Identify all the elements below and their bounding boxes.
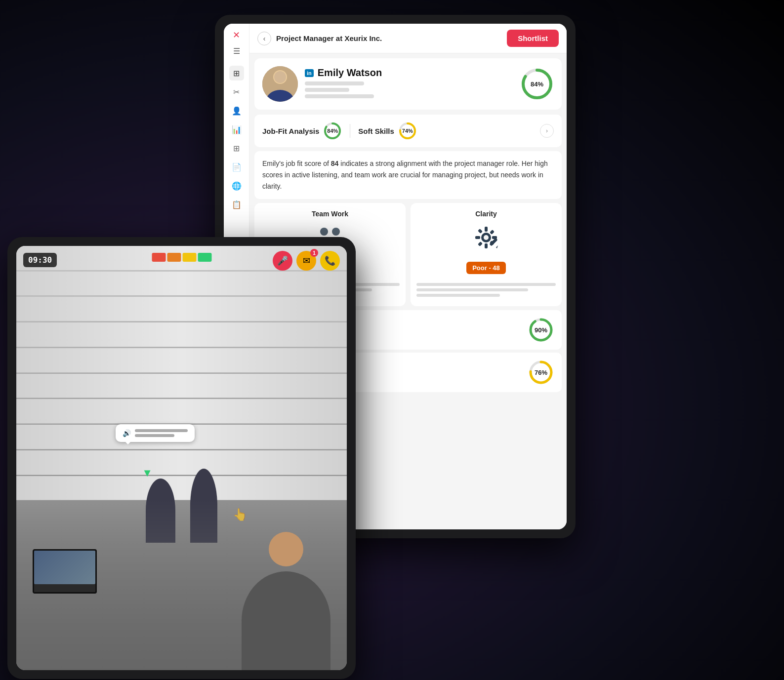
cursor-hand: 👆 xyxy=(233,508,248,521)
tab-job-fit-label: Job-Fit Analysis xyxy=(262,127,319,135)
info-line-2 xyxy=(305,88,349,92)
svg-rect-17 xyxy=(475,236,480,239)
tab-job-fit-score-text: 84% xyxy=(327,128,338,134)
sidebar-item-reports[interactable]: 📊 xyxy=(229,122,244,137)
indicator-arrow: ▼ xyxy=(142,467,153,480)
svg-rect-22 xyxy=(490,230,495,235)
competency-st-score: 76% xyxy=(528,360,554,385)
message-badge: 1 xyxy=(310,249,318,257)
tab-soft-skills[interactable]: Soft Skills 74% xyxy=(358,120,417,142)
svg-point-3 xyxy=(274,71,286,83)
sidebar-item-globe[interactable]: 🌐 xyxy=(229,178,244,193)
avatar xyxy=(262,66,298,102)
sidebar-item-document[interactable]: 📄 xyxy=(229,160,244,174)
speech-bubble: 🔊 xyxy=(116,424,195,442)
svg-point-10 xyxy=(320,228,328,236)
competency-pm-score-text: 90% xyxy=(535,326,547,334)
video-color-bar xyxy=(152,253,211,262)
close-icon[interactable]: ✕ xyxy=(233,30,240,40)
tab-soft-skills-score-text: 74% xyxy=(402,128,413,134)
tabs-row: Job-Fit Analysis 84% Soft Skills xyxy=(254,115,562,147)
sidebar-item-analytics[interactable]: ✂ xyxy=(229,84,244,99)
blind-slat xyxy=(16,348,347,373)
candidate-score-text: 84% xyxy=(531,80,543,88)
candidate-card: in Emily Watson 84% xyxy=(254,58,562,110)
monitor xyxy=(33,549,97,594)
skill-clarity-badge: Poor - 48 xyxy=(466,262,506,274)
svg-rect-21 xyxy=(478,241,483,246)
tab-next-button[interactable]: › xyxy=(540,124,554,138)
header-left: ‹ Project Manager at Xeurix Inc. xyxy=(257,32,382,45)
color-seg-red xyxy=(152,253,165,262)
skill-teamwork-title: Team Work xyxy=(260,210,400,218)
tab-job-fit[interactable]: Job-Fit Analysis 84% xyxy=(262,120,342,142)
back-button[interactable]: ‹ xyxy=(257,32,271,45)
info-line-3 xyxy=(305,94,374,98)
candidate-score: 84% xyxy=(520,67,554,101)
sidebar-item-users[interactable]: 👤 xyxy=(229,103,244,118)
mic-button[interactable]: 🎤 xyxy=(273,251,292,271)
bubble-line-2 xyxy=(135,434,174,437)
svg-point-14 xyxy=(484,235,489,240)
app-header: ‹ Project Manager at Xeurix Inc. Shortli… xyxy=(249,24,567,53)
tab-divider xyxy=(350,124,350,138)
foreground-person xyxy=(242,532,330,670)
blind-slat xyxy=(16,322,347,347)
skill-clarity-icon xyxy=(416,223,556,257)
svg-rect-15 xyxy=(485,227,488,232)
bubble-lines xyxy=(135,429,188,437)
color-seg-orange xyxy=(167,253,181,262)
candidate-name-row: in Emily Watson xyxy=(305,67,513,79)
skill-card-clarity: Clarity xyxy=(411,203,562,306)
candidate-info: in Emily Watson xyxy=(305,67,513,101)
video-time: 09:30 xyxy=(23,253,57,267)
color-seg-yellow xyxy=(182,253,196,262)
info-line-1 xyxy=(305,81,364,85)
sidebar-item-grid[interactable]: ⊞ xyxy=(229,141,244,156)
blind-slat xyxy=(16,297,347,321)
tab-job-fit-score: 84% xyxy=(323,121,342,140)
skill-clarity-lines xyxy=(416,283,556,297)
svg-marker-24 xyxy=(496,245,498,248)
svg-rect-16 xyxy=(485,243,488,248)
blind-slat xyxy=(16,374,347,399)
menu-icon[interactable]: ☰ xyxy=(233,46,240,56)
analysis-text: Emily's job fit score of 84 indicates a … xyxy=(262,158,554,192)
video-scene: 09:30 🎤 ✉ 1 📞 🔊 xyxy=(16,246,347,670)
tablet-front: 09:30 🎤 ✉ 1 📞 🔊 xyxy=(7,237,356,679)
svg-rect-19 xyxy=(478,229,483,234)
color-seg-green xyxy=(198,253,211,262)
phone-button[interactable]: 📞 xyxy=(320,251,340,271)
blind-slat xyxy=(16,272,347,296)
candidate-name: Emily Watson xyxy=(318,67,382,79)
header-title: Project Manager at Xeurix Inc. xyxy=(276,34,382,42)
skill-clarity-title: Clarity xyxy=(416,210,556,218)
competency-pm-score: 90% xyxy=(528,317,554,343)
competency-st-score-text: 76% xyxy=(535,369,547,376)
sidebar-item-dashboard[interactable]: ⊞ xyxy=(229,66,244,80)
sidebar-item-file[interactable]: 📋 xyxy=(229,197,244,212)
bubble-line-1 xyxy=(135,429,188,432)
shortlist-button[interactable]: Shortlist xyxy=(507,30,559,47)
message-button[interactable]: ✉ 1 xyxy=(296,251,316,271)
analysis-section: Emily's job fit score of 84 indicates a … xyxy=(254,151,562,199)
tablet-front-screen: 09:30 🎤 ✉ 1 📞 🔊 xyxy=(16,246,347,670)
svg-point-11 xyxy=(332,228,340,236)
speaker-icon: 🔊 xyxy=(123,429,131,437)
tab-soft-skills-score: 74% xyxy=(398,121,417,140)
video-controls-right: 🎤 ✉ 1 📞 xyxy=(273,251,340,271)
blind-slat xyxy=(16,399,347,424)
tab-soft-skills-label: Soft Skills xyxy=(358,127,394,135)
linkedin-icon: in xyxy=(305,69,314,77)
